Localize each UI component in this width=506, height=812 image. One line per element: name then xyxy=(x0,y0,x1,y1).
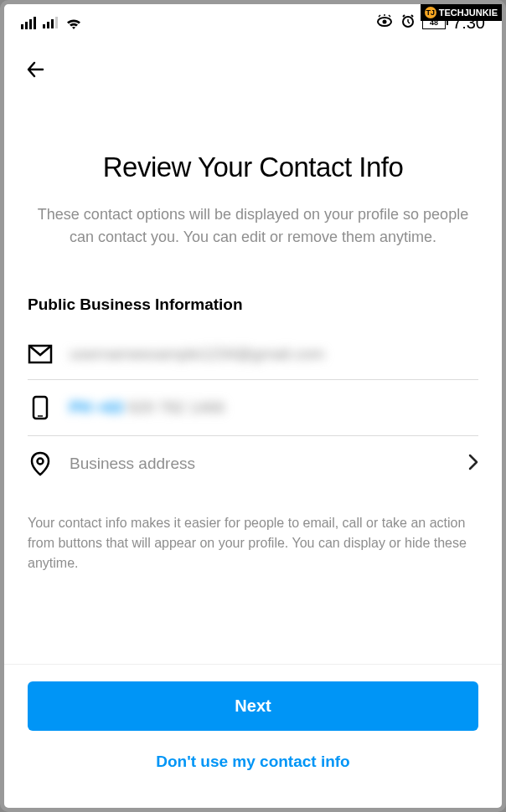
chevron-right-icon xyxy=(468,454,478,474)
svg-rect-11 xyxy=(34,397,47,419)
content-area: Review Your Contact Info These contact o… xyxy=(4,85,502,664)
phone-number: 929 782 1466 xyxy=(127,398,225,416)
bottom-actions: Next Don't use my contact info xyxy=(4,664,502,808)
address-row[interactable]: Business address xyxy=(28,436,478,491)
email-row[interactable]: usernameexample1234@gmail.com xyxy=(28,329,478,380)
address-placeholder: Business address xyxy=(70,455,452,473)
location-icon xyxy=(28,451,53,476)
back-arrow-icon xyxy=(24,58,48,81)
dont-use-button[interactable]: Don't use my contact info xyxy=(28,737,478,786)
next-button[interactable]: Next xyxy=(28,681,478,731)
phone-prefix: PH +63 xyxy=(70,398,123,416)
svg-line-7 xyxy=(408,22,410,23)
svg-line-2 xyxy=(379,15,380,17)
svg-point-13 xyxy=(38,459,44,465)
helper-text: Your contact info makes it easier for pe… xyxy=(28,513,478,573)
status-left xyxy=(21,16,83,29)
signal-icon-primary xyxy=(21,17,36,29)
section-header: Public Business Information xyxy=(28,296,478,314)
signal-icon-secondary xyxy=(43,17,58,28)
watermark-logo: TJ xyxy=(425,7,436,18)
page-title: Review Your Contact Info xyxy=(28,152,478,183)
email-value: usernameexample1234@gmail.com xyxy=(70,345,478,363)
nav-bar xyxy=(4,41,502,85)
wifi-icon xyxy=(65,16,83,29)
alarm-icon xyxy=(400,13,416,32)
email-icon xyxy=(28,344,53,364)
svg-line-4 xyxy=(389,15,390,17)
eye-icon xyxy=(375,14,394,31)
phone-row[interactable]: PH +63 929 782 1466 xyxy=(28,380,478,436)
svg-point-1 xyxy=(383,20,387,24)
svg-line-9 xyxy=(411,15,413,17)
phone-value: PH +63 929 782 1466 xyxy=(70,398,478,417)
watermark-text: TECHJUNKIE xyxy=(439,8,498,18)
device-frame: TJ TECHJUNKIE 48 7:30 xyxy=(0,0,506,812)
page-subtitle: These contact options will be displayed … xyxy=(28,203,478,249)
svg-line-8 xyxy=(403,15,405,17)
watermark: TJ TECHJUNKIE xyxy=(421,4,502,21)
back-button[interactable] xyxy=(24,58,48,85)
phone-icon xyxy=(28,395,53,420)
